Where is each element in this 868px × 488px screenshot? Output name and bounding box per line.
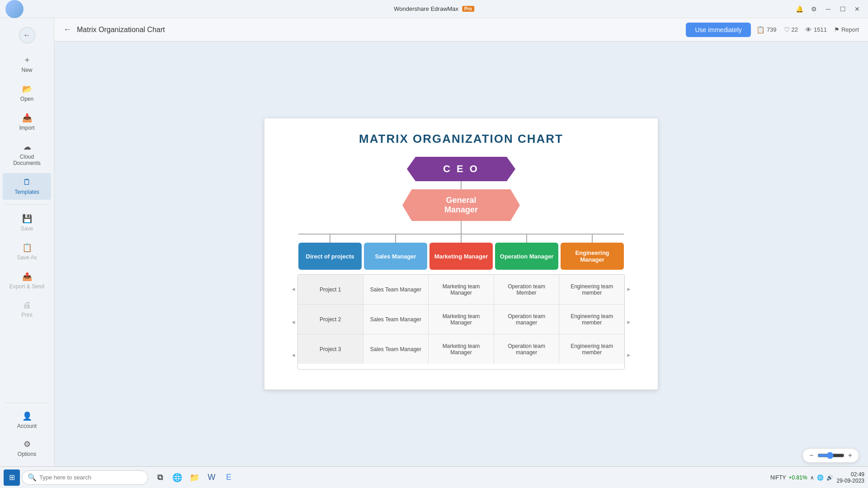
gm-node: General Manager	[402, 189, 520, 221]
sidebar-new-label: New	[21, 67, 32, 73]
sidebar-item-account[interactable]: 👤 Account	[3, 407, 51, 434]
mgr-col-2: Sales Manager	[364, 234, 427, 270]
sidebar-item-cloud[interactable]: ☁ Cloud Documents	[3, 137, 51, 171]
zoom-out-button[interactable]: −	[809, 451, 813, 460]
notifications-icon[interactable]: 🔔	[794, 4, 805, 14]
stat-views: 👁 1511	[805, 26, 827, 33]
mgr-col-1: Direct of projects	[298, 234, 362, 270]
engineering-1-cell: Engineering team member	[559, 275, 624, 304]
chevron-icon: ∧	[810, 474, 814, 481]
zoom-in-button[interactable]: +	[848, 451, 852, 460]
taskbar-search-box[interactable]: 🔍	[22, 470, 148, 485]
diagram-wrapper: C E O General Manager	[283, 157, 640, 370]
pro-badge: Pro	[462, 6, 474, 12]
left-arrows: ◄ ◄ ◄	[289, 274, 297, 370]
zoom-slider[interactable]	[817, 452, 844, 459]
minimize-button[interactable]: ─	[823, 4, 834, 14]
sidebar-export-label: Export & Send	[9, 283, 44, 290]
taskbar-app-word[interactable]: W	[203, 469, 220, 486]
sidebar-import-label: Import	[19, 125, 34, 131]
clock-date: 29-09-2023	[837, 478, 864, 484]
chart-title: MATRIX ORGANIZATION CHART	[359, 132, 563, 146]
sidebar-item-print[interactable]: 🖨 Print	[3, 296, 51, 323]
taskbar-app-edraw[interactable]: E	[221, 469, 237, 486]
save-icon: 💾	[22, 214, 32, 224]
settings-icon[interactable]: ⚙	[808, 4, 819, 14]
sidebar-templates-label: Templates	[14, 189, 39, 195]
copies-count: 739	[767, 26, 777, 33]
table-row: Project 3 Sales Team Manager Marketing t…	[298, 334, 624, 364]
taskbar-right: NIFTY +0.81% ∧ 🌐 🔊 02:49 29-09-2023	[770, 471, 864, 484]
app-title-area: Wondershare EdrawMax Pro	[394, 5, 474, 12]
export-icon: 📤	[22, 272, 32, 282]
close-button[interactable]: ✕	[852, 4, 863, 14]
open-icon: 📂	[22, 84, 32, 94]
options-icon: ⚙	[24, 439, 31, 449]
copy-icon: 📋	[756, 26, 765, 34]
operation-2-cell: Operation team manager	[494, 305, 560, 334]
taskbar-app-browser[interactable]: 🌐	[169, 469, 185, 486]
marketing-3-cell: Marketing team Manager	[429, 334, 494, 364]
eye-icon: 👁	[805, 26, 812, 33]
right-arrow-3: ►	[625, 340, 633, 370]
maximize-button[interactable]: ☐	[837, 4, 848, 14]
ceo-gm-connector	[461, 181, 462, 189]
left-arrow-2: ◄	[289, 307, 297, 337]
left-arrow-3: ◄	[289, 340, 297, 370]
diagram-area: MATRIX ORGANIZATION CHART C E O General …	[54, 42, 868, 466]
sidebar-item-new[interactable]: ＋ New	[3, 50, 51, 78]
cloud-icon: ☁	[23, 142, 31, 152]
header-stats: 📋 739 ♡ 22 👁 1511 ⚑ Report	[756, 26, 859, 34]
sidebar-item-open[interactable]: 📂 Open	[3, 80, 51, 107]
sidebar-item-templates[interactable]: 🗒 Templates	[3, 173, 51, 200]
mgr-col-3: Marketing Manager	[429, 234, 493, 270]
window-controls: 🔔 ⚙ ─ ☐ ✕	[794, 4, 863, 14]
search-icon: 🔍	[28, 473, 37, 482]
stat-likes: ♡ 22	[784, 26, 798, 34]
sound-icon: 🔊	[826, 474, 833, 481]
nifty-change: +0.81%	[789, 474, 807, 481]
report-button[interactable]: ⚑ Report	[834, 26, 859, 33]
manager-node-operation: Operation Manager	[495, 243, 558, 270]
nifty-label: NIFTY	[770, 474, 786, 481]
sales-3-cell: Sales Team Manager	[363, 334, 429, 364]
start-button[interactable]: ⊞	[4, 469, 20, 486]
stat-copies: 📋 739	[756, 26, 777, 34]
v-drop-5	[592, 234, 593, 243]
heart-icon: ♡	[784, 26, 790, 34]
user-avatar	[5, 0, 24, 18]
manager-node-marketing: Marketing Manager	[429, 243, 493, 270]
app-title: Wondershare EdrawMax	[394, 5, 458, 12]
sidebar-account-label: Account	[17, 423, 37, 429]
templates-icon: 🗒	[23, 178, 31, 187]
taskbar-app-task-view[interactable]: ⧉	[152, 469, 168, 486]
v-drop-4	[526, 234, 527, 243]
sidebar-saveas-label: Save As	[17, 254, 37, 261]
page-title: Matrix Organizational Chart	[77, 26, 680, 34]
v-drop-1	[330, 234, 330, 243]
engineering-3-cell: Engineering team member	[559, 334, 624, 364]
marketing-1-cell: Marketing team Manager	[429, 275, 494, 304]
breadcrumb-back-arrow[interactable]: ←	[63, 25, 71, 34]
use-immediately-button[interactable]: Use immediately	[686, 23, 750, 37]
new-icon: ＋	[23, 54, 31, 65]
back-button[interactable]: ←	[0, 22, 54, 49]
sidebar-item-save[interactable]: 💾 Save	[3, 209, 51, 236]
sidebar-item-save-as[interactable]: 📋 Save As	[3, 238, 51, 265]
search-input[interactable]	[39, 474, 142, 481]
taskbar-app-explorer[interactable]: 📁	[186, 469, 203, 486]
sidebar-item-export[interactable]: 📤 Export & Send	[3, 267, 51, 294]
manager-node-sales: Sales Manager	[364, 243, 427, 270]
sidebar-item-import[interactable]: 📥 Import	[3, 108, 51, 136]
sidebar-options-label: Options	[18, 451, 36, 457]
taskbar-time: 02:49 29-09-2023	[837, 471, 864, 484]
windows-icon: ⊞	[9, 473, 15, 482]
sidebar-print-label: Print	[21, 312, 33, 318]
v-drop-2	[395, 234, 396, 243]
sidebar: ← ＋ New 📂 Open 📥 Import ☁ Cloud Document…	[0, 18, 54, 466]
manager-connectors: Direct of projects Sales Manager Marketi…	[298, 234, 624, 270]
sidebar-item-options[interactable]: ⚙ Options	[3, 435, 51, 462]
import-icon: 📥	[22, 113, 32, 123]
tray-icons: NIFTY +0.81% ∧ 🌐 🔊	[770, 474, 833, 481]
project-1-cell: Project 1	[298, 275, 363, 304]
